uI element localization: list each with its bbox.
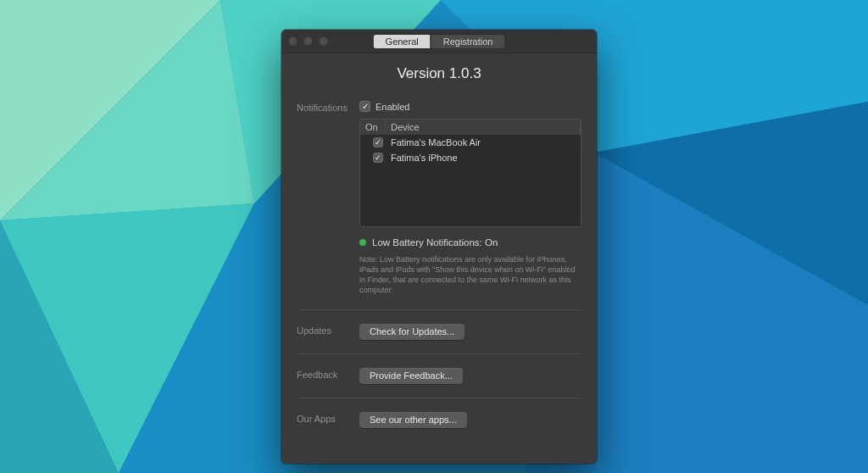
row-checkbox-icon[interactable] bbox=[373, 137, 383, 147]
section-our-apps: Our Apps See our other apps... bbox=[297, 412, 581, 428]
section-feedback: Feedback Provide Feedback... bbox=[297, 368, 581, 384]
close-icon[interactable] bbox=[288, 36, 298, 46]
divider bbox=[297, 309, 581, 310]
section-label-updates: Updates bbox=[297, 324, 359, 336]
divider bbox=[297, 353, 581, 354]
checkbox-icon bbox=[359, 101, 370, 112]
low-battery-status: Low Battery Notifications: On bbox=[359, 237, 581, 248]
checkbox-label: Enabled bbox=[376, 102, 409, 112]
status-text: Low Battery Notifications: On bbox=[372, 237, 498, 248]
row-checkbox-icon[interactable] bbox=[373, 153, 383, 163]
traffic-lights bbox=[288, 36, 328, 46]
table-row[interactable]: Fatima's MacBook Air bbox=[360, 135, 581, 150]
tab-segmented-control: General Registration bbox=[373, 34, 506, 49]
section-updates: Updates Check for Updates... bbox=[297, 324, 581, 340]
zoom-icon[interactable] bbox=[319, 36, 328, 46]
preferences-window: General Registration Version 1.0.3 Notif… bbox=[281, 30, 597, 464]
col-on[interactable]: On bbox=[360, 120, 386, 135]
section-notifications: Notifications Enabled On Device Fatima's… bbox=[297, 101, 581, 296]
minimize-icon[interactable] bbox=[303, 36, 313, 46]
window-titlebar[interactable]: General Registration bbox=[281, 30, 597, 53]
section-label-notifications: Notifications bbox=[297, 101, 359, 113]
col-device[interactable]: Device bbox=[386, 120, 581, 135]
row-device: Fatima's MacBook Air bbox=[391, 137, 576, 147]
row-device: Fatima's iPhone bbox=[391, 153, 576, 163]
check-for-updates-button[interactable]: Check for Updates... bbox=[359, 324, 465, 340]
see-other-apps-button[interactable]: See our other apps... bbox=[359, 412, 467, 428]
provide-feedback-button[interactable]: Provide Feedback... bbox=[359, 368, 463, 384]
status-dot-icon bbox=[359, 239, 366, 246]
tab-general[interactable]: General bbox=[374, 35, 431, 48]
table-row[interactable]: Fatima's iPhone bbox=[360, 150, 581, 165]
section-label-ourapps: Our Apps bbox=[297, 412, 359, 424]
low-battery-note: Note: Low Battery notifications are only… bbox=[359, 254, 581, 296]
device-table: On Device Fatima's MacBook Air Fatima's … bbox=[359, 119, 581, 227]
window-body: Version 1.0.3 Notifications Enabled On D… bbox=[281, 53, 597, 464]
notifications-enabled-checkbox[interactable]: Enabled bbox=[359, 101, 581, 112]
table-header: On Device bbox=[360, 120, 581, 135]
section-label-feedback: Feedback bbox=[297, 368, 359, 380]
tab-registration[interactable]: Registration bbox=[431, 35, 505, 48]
divider bbox=[297, 398, 581, 398]
version-heading: Version 1.0.3 bbox=[297, 65, 581, 82]
